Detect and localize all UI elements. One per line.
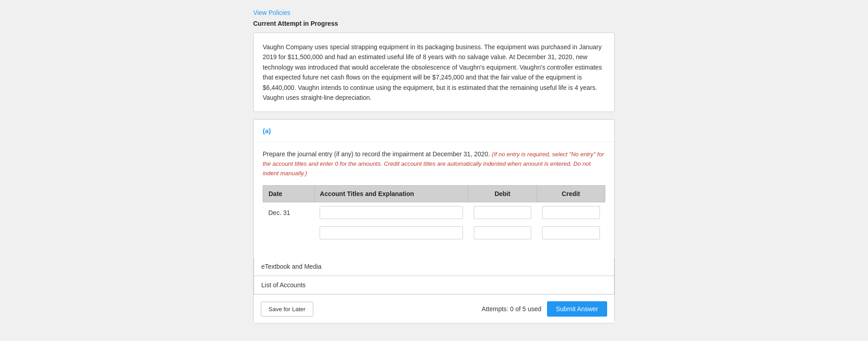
row2-account[interactable]: [314, 223, 468, 243]
header-debit: Debit: [468, 186, 537, 202]
row1-account-input[interactable]: [320, 206, 463, 219]
row1-debit[interactable]: [468, 202, 537, 223]
row1-date: Dec. 31: [263, 202, 315, 223]
question-text: Prepare the journal entry (if any) to re…: [263, 149, 605, 178]
question-section: (a) Prepare the journal entry (if any) t…: [253, 119, 615, 323]
etextbook-button[interactable]: eTextbook and Media: [254, 257, 614, 276]
row2-account-input[interactable]: [320, 226, 463, 239]
table-row: [263, 223, 605, 243]
page-wrapper: View Policies Current Attempt in Progres…: [253, 9, 615, 332]
table-row: Dec. 31: [263, 202, 605, 223]
current-attempt-label: Current Attempt in Progress: [253, 20, 615, 27]
question-body: Prepare the journal entry (if any) to re…: [254, 142, 614, 257]
header-account-titles: Account Titles and Explanation: [314, 186, 468, 202]
question-label: (a): [254, 120, 614, 142]
scenario-text: Vaughn Company uses special strapping eq…: [263, 43, 602, 101]
row1-account[interactable]: [314, 202, 468, 223]
row1-credit[interactable]: [537, 202, 605, 223]
row1-debit-input[interactable]: [474, 206, 531, 219]
footer-right: Attempts: 0 of 5 used Submit Answer: [481, 301, 607, 317]
journal-table: Date Account Titles and Explanation Debi…: [263, 185, 605, 243]
row1-credit-input[interactable]: [542, 206, 599, 219]
save-for-later-button[interactable]: Save for Later: [261, 302, 313, 317]
scenario-box: Vaughn Company uses special strapping eq…: [253, 33, 615, 112]
table-header-row: Date Account Titles and Explanation Debi…: [263, 186, 605, 202]
header-date: Date: [263, 186, 315, 202]
footer-bar: Save for Later Attempts: 0 of 5 used Sub…: [254, 294, 614, 323]
row2-credit-input[interactable]: [542, 226, 599, 239]
row2-debit-input[interactable]: [474, 226, 531, 239]
row2-debit[interactable]: [468, 223, 537, 243]
list-accounts-button[interactable]: List of Accounts: [254, 276, 614, 294]
attempts-text: Attempts: 0 of 5 used: [481, 305, 541, 313]
header-credit: Credit: [537, 186, 605, 202]
view-policies-link[interactable]: View Policies: [253, 9, 290, 16]
row2-credit[interactable]: [537, 223, 605, 243]
submit-answer-button[interactable]: Submit Answer: [547, 301, 607, 317]
row2-date: [263, 223, 315, 243]
